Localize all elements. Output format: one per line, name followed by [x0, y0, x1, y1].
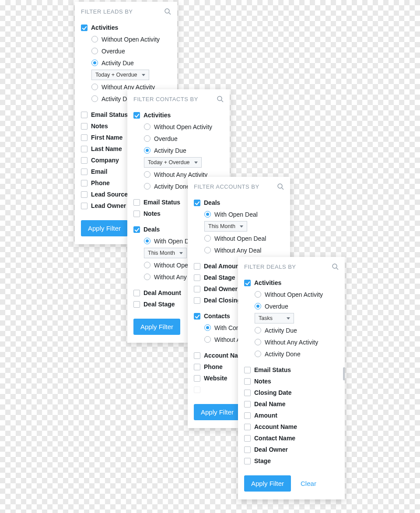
- radio-without-open-activity[interactable]: Without Open Activity: [244, 288, 339, 300]
- radio[interactable]: [144, 262, 150, 268]
- radio[interactable]: [91, 36, 98, 42]
- checkbox[interactable]: [194, 286, 200, 292]
- search-icon[interactable]: [277, 183, 284, 190]
- radio-overdue[interactable]: Overdue: [133, 133, 224, 144]
- checkbox[interactable]: [81, 191, 88, 198]
- radio-activity-due[interactable]: Activity Due: [244, 324, 339, 336]
- radio[interactable]: [255, 339, 261, 345]
- apply-filter-button[interactable]: Apply Filter: [194, 404, 241, 420]
- radio-without-open-activity[interactable]: Without Open Activity: [133, 121, 224, 133]
- checkbox[interactable]: [133, 211, 140, 217]
- checkbox[interactable]: [81, 134, 88, 141]
- radio[interactable]: [255, 327, 261, 334]
- checkbox-contacts[interactable]: [194, 313, 200, 320]
- checkbox-email-status[interactable]: Email Status: [244, 364, 339, 376]
- deals-checkbox-row[interactable]: Deals: [194, 197, 284, 208]
- checkbox-activities[interactable]: [133, 112, 140, 119]
- activities-checkbox-row[interactable]: Activities: [244, 277, 339, 288]
- checkbox[interactable]: [81, 112, 88, 118]
- radio[interactable]: [144, 123, 150, 130]
- checkbox[interactable]: [194, 364, 200, 370]
- activities-checkbox-row[interactable]: Activities: [133, 109, 224, 121]
- apply-filter-button[interactable]: Apply Filter: [244, 475, 291, 492]
- scrollbar[interactable]: [343, 367, 345, 380]
- checkbox[interactable]: [133, 290, 140, 296]
- checkbox[interactable]: [194, 297, 200, 304]
- radio-activity-due[interactable]: Activity Due: [81, 57, 171, 69]
- radio[interactable]: [204, 211, 211, 218]
- checkbox[interactable]: [244, 378, 251, 385]
- checkbox[interactable]: [81, 203, 88, 209]
- apply-filter-button[interactable]: Apply Filter: [81, 220, 128, 236]
- radio[interactable]: [255, 303, 261, 309]
- checkbox[interactable]: [194, 375, 200, 382]
- checkbox[interactable]: [244, 435, 251, 442]
- radio[interactable]: [204, 247, 211, 253]
- checkbox-account-name[interactable]: Account Name: [244, 421, 339, 432]
- checkbox-activities[interactable]: [81, 25, 88, 31]
- checkbox[interactable]: [244, 412, 251, 419]
- checkbox-deal-owner[interactable]: Deal Owner: [244, 444, 339, 455]
- radio[interactable]: [91, 60, 98, 66]
- activities-checkbox-row[interactable]: Activities: [81, 22, 171, 33]
- radio-with-open-deal[interactable]: With Open Deal: [194, 208, 284, 220]
- activity-due-dropdown[interactable]: Today + Overdue: [91, 70, 149, 80]
- radio[interactable]: [144, 183, 150, 190]
- radio[interactable]: [255, 351, 261, 357]
- checkbox[interactable]: [133, 301, 140, 308]
- checkbox[interactable]: [194, 387, 200, 393]
- radio-without-open-activity[interactable]: Without Open Activity: [81, 33, 171, 45]
- radio[interactable]: [144, 147, 150, 154]
- checkbox-deals[interactable]: [194, 200, 200, 206]
- radio-without-any-deal[interactable]: Without Any Deal: [194, 244, 284, 256]
- radio[interactable]: [91, 95, 98, 102]
- radio[interactable]: [144, 238, 150, 244]
- radio[interactable]: [204, 324, 211, 331]
- radio[interactable]: [204, 235, 211, 242]
- checkbox[interactable]: [244, 390, 251, 396]
- checkbox[interactable]: [81, 123, 88, 130]
- checkbox-contact-name[interactable]: Contact Name: [244, 432, 339, 444]
- search-icon[interactable]: [164, 8, 171, 15]
- radio-overdue[interactable]: Overdue: [81, 45, 171, 57]
- checkbox[interactable]: [194, 274, 200, 281]
- checkbox-notes[interactable]: Notes: [244, 376, 339, 387]
- radio[interactable]: [144, 135, 150, 142]
- deal-period-dropdown[interactable]: This Month: [204, 221, 247, 232]
- radio[interactable]: [204, 336, 211, 343]
- checkbox-deals[interactable]: [133, 226, 140, 233]
- checkbox[interactable]: [81, 157, 88, 164]
- search-icon[interactable]: [332, 263, 339, 270]
- checkbox-closing-date[interactable]: Closing Date: [244, 387, 339, 398]
- radio[interactable]: [91, 84, 98, 90]
- radio-activity-due[interactable]: Activity Due: [133, 144, 224, 156]
- radio[interactable]: [255, 291, 261, 298]
- checkbox[interactable]: [81, 169, 88, 175]
- checkbox[interactable]: [244, 401, 251, 408]
- search-icon[interactable]: [217, 95, 224, 102]
- radio-without-any-activity[interactable]: Without Any Activity: [244, 336, 339, 348]
- checkbox[interactable]: [244, 446, 251, 453]
- activity-due-dropdown[interactable]: Today + Overdue: [144, 157, 202, 168]
- checkbox[interactable]: [244, 458, 251, 464]
- radio-activity-done[interactable]: Activity Done: [244, 348, 339, 360]
- checkbox[interactable]: [194, 263, 200, 270]
- deal-period-dropdown[interactable]: This Month: [144, 248, 187, 258]
- apply-filter-button[interactable]: Apply Filter: [133, 319, 180, 335]
- radio[interactable]: [144, 274, 150, 280]
- radio[interactable]: [144, 171, 150, 178]
- checkbox-deal-name[interactable]: Deal Name: [244, 398, 339, 410]
- radio-without-open-deal[interactable]: Without Open Deal: [194, 232, 284, 244]
- radio[interactable]: [91, 48, 98, 54]
- clear-link[interactable]: Clear: [301, 480, 316, 487]
- checkbox[interactable]: [244, 367, 251, 373]
- checkbox[interactable]: [81, 146, 88, 152]
- checkbox-activities[interactable]: [244, 280, 251, 286]
- checkbox-stage[interactable]: Stage: [244, 455, 339, 467]
- checkbox[interactable]: [194, 352, 200, 359]
- checkbox[interactable]: [81, 180, 88, 186]
- overdue-dropdown[interactable]: Tasks: [255, 313, 294, 323]
- checkbox[interactable]: [133, 199, 140, 206]
- checkbox[interactable]: [244, 424, 251, 430]
- checkbox-amount[interactable]: Amount: [244, 410, 339, 421]
